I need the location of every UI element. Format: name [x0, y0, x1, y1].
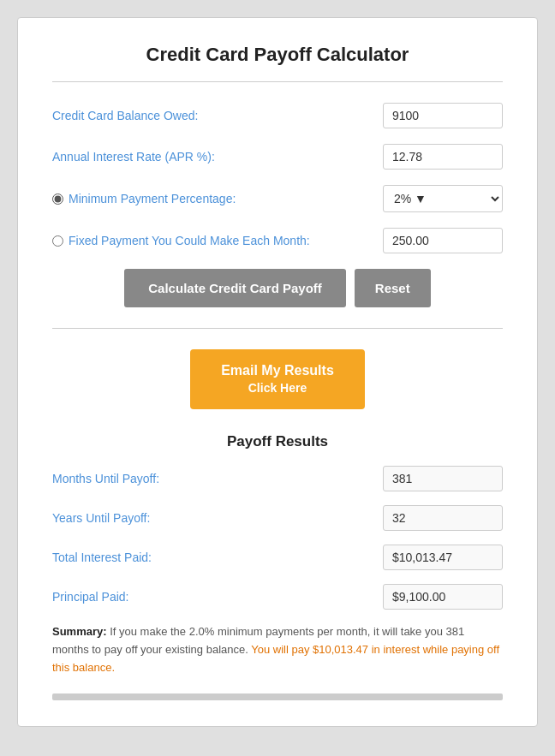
apr-label: Annual Interest Rate (APR %): [52, 150, 383, 164]
email-line2: Click Here [221, 380, 334, 397]
principal-label: Principal Paid: [52, 590, 383, 604]
balance-row: Credit Card Balance Owed: [52, 103, 503, 128]
min-payment-radio[interactable] [52, 193, 63, 205]
results-title: Payoff Results [52, 433, 503, 450]
apr-row: Annual Interest Rate (APR %): [52, 144, 503, 170]
calculator-card: Credit Card Payoff Calculator Credit Car… [17, 17, 538, 727]
calculate-button[interactable]: Calculate Credit Card Payoff [124, 269, 346, 307]
balance-input[interactable] [383, 103, 503, 128]
fixed-payment-radio[interactable] [52, 235, 63, 247]
reset-button[interactable]: Reset [355, 269, 431, 307]
page-title: Credit Card Payoff Calculator [52, 44, 503, 66]
principal-value [383, 584, 503, 610]
top-divider [52, 81, 503, 82]
years-value [383, 505, 503, 531]
fixed-payment-label: Fixed Payment You Could Make Each Month: [52, 234, 383, 247]
years-row: Years Until Payoff: [52, 505, 503, 531]
mid-divider [52, 328, 503, 329]
min-payment-label: Minimum Payment Percentage: [52, 192, 383, 205]
min-payment-row: Minimum Payment Percentage: 2% ▼ 3% 4% 5… [52, 185, 503, 212]
summary-bold: Summary: [52, 625, 107, 638]
email-button[interactable]: Email My Results Click Here [190, 349, 365, 409]
months-label: Months Until Payoff: [52, 472, 383, 485]
bottom-bar [52, 693, 503, 700]
action-buttons: Calculate Credit Card Payoff Reset [52, 269, 503, 307]
balance-label: Credit Card Balance Owed: [52, 109, 383, 122]
years-label: Years Until Payoff: [52, 511, 383, 525]
fixed-payment-row: Fixed Payment You Could Make Each Month: [52, 228, 503, 253]
apr-input[interactable] [383, 144, 503, 170]
interest-value [383, 545, 503, 570]
fixed-payment-input[interactable] [383, 228, 503, 253]
months-value [383, 466, 503, 491]
summary-text: Summary: If you make the 2.0% minimum pa… [52, 623, 503, 676]
email-section: Email My Results Click Here [52, 349, 503, 409]
email-line1: Email My Results [221, 363, 334, 378]
principal-row: Principal Paid: [52, 584, 503, 610]
min-payment-select[interactable]: 2% ▼ 3% 4% 5% [383, 185, 503, 212]
interest-row: Total Interest Paid: [52, 545, 503, 570]
months-row: Months Until Payoff: [52, 466, 503, 491]
interest-label: Total Interest Paid: [52, 551, 383, 564]
